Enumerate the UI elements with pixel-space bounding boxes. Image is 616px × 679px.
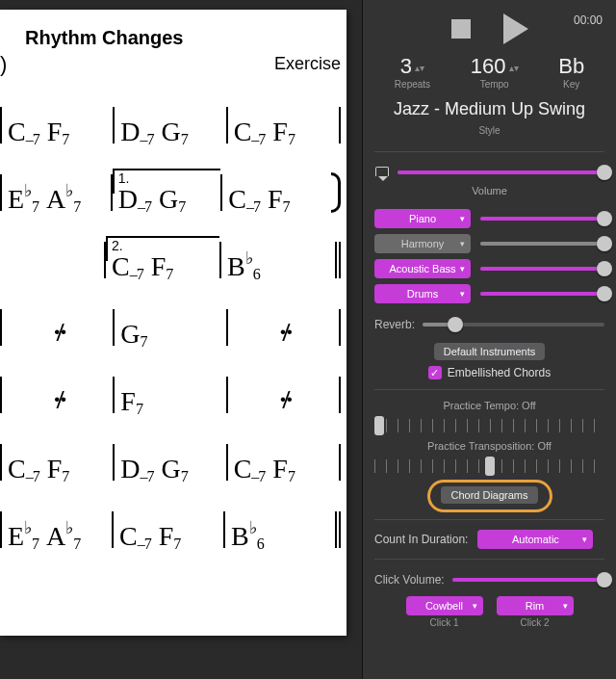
chord: A♭7 xyxy=(46,521,80,550)
transport-settings: 3▴▾ Repeats 160▴▾ Tempo Bb Key xyxy=(374,54,604,90)
chart-row: C–7F7D–7G7C–7F7 xyxy=(0,431,341,484)
reverb-row: Reverb: xyxy=(374,312,604,337)
reverb-slider[interactable] xyxy=(423,323,604,326)
chord: C–7 xyxy=(234,456,266,483)
reverb-label: Reverb: xyxy=(374,318,415,331)
instrument-row: Harmony▾ xyxy=(374,231,604,256)
click-volume-label: Click Volume: xyxy=(374,573,445,587)
measure: C–7F7 xyxy=(2,118,113,147)
chord: F7 xyxy=(120,388,142,415)
measure: B♭6 xyxy=(225,521,335,552)
chord: C–7 xyxy=(8,118,39,145)
click2-label: Click 2 xyxy=(497,617,574,628)
practice-tempo-slider[interactable] xyxy=(374,419,604,432)
instrument-select[interactable]: Acoustic Bass▾ xyxy=(374,259,471,278)
airplay-icon[interactable] xyxy=(374,166,390,179)
measure: C–7F7 xyxy=(2,456,113,484)
click2-select[interactable]: Rim▾ xyxy=(497,596,574,615)
measure: B♭6 xyxy=(221,251,335,282)
click1-select[interactable]: Cowbell▾ xyxy=(406,596,483,615)
instrument-select[interactable]: Piano▾ xyxy=(374,209,471,228)
master-volume-row xyxy=(374,162,604,183)
chord: A♭7 xyxy=(46,184,80,213)
simile-mark: ·/· xyxy=(8,384,109,415)
chord: G7 xyxy=(162,456,188,483)
chord: F7 xyxy=(159,523,181,550)
chord: F7 xyxy=(47,456,69,483)
count-in-select[interactable]: Automatic▾ xyxy=(477,530,593,549)
instrument-volume-slider[interactable] xyxy=(480,217,604,221)
measure: ·/· xyxy=(228,317,339,350)
measure: C–7F7 xyxy=(228,118,339,147)
chart-row: ·/·G7·/· xyxy=(0,296,341,350)
measure: G7 xyxy=(115,321,225,350)
chord: C–7 xyxy=(228,186,260,213)
chord: G7 xyxy=(120,321,146,348)
chord: F7 xyxy=(272,456,295,483)
chart-row: E♭7A♭7C–7F7B♭6 xyxy=(0,498,341,552)
simile-mark: ·/· xyxy=(234,317,335,348)
click-volume-row: Click Volume: xyxy=(374,569,604,590)
measure: ·/· xyxy=(2,384,113,417)
measure: ·/· xyxy=(228,384,339,417)
count-in-row: Count In Duration: Automatic▾ xyxy=(374,530,604,549)
instrument-row: Piano▾ xyxy=(374,206,604,231)
practice-transposition-label: Practice Transposition: Off xyxy=(374,440,604,452)
chart-row: E♭7A♭7D–7G71.C–7F7 xyxy=(0,161,341,215)
chord: D–7 xyxy=(120,456,153,483)
measure: F7 xyxy=(115,388,225,417)
control-panel: 00:00 3▴▾ Repeats 160▴▾ Tempo Bb Key Jaz… xyxy=(362,0,616,679)
lead-sheet-area: ) Rhythm Changes Exercise C–7F7D–7G7C–7F… xyxy=(0,0,362,679)
instrument-select[interactable]: Harmony▾ xyxy=(374,234,471,253)
chord: C–7 xyxy=(119,523,151,550)
master-volume-slider[interactable] xyxy=(398,170,604,174)
double-barline xyxy=(335,242,341,278)
simile-mark: ·/· xyxy=(234,384,335,415)
simile-mark: ·/· xyxy=(8,317,109,348)
chord: F7 xyxy=(272,118,295,145)
default-instruments-button[interactable]: Default Instruments xyxy=(434,343,545,360)
instrument-select[interactable]: Drums▾ xyxy=(374,284,471,303)
chord: F7 xyxy=(268,186,290,213)
click-volume-slider[interactable] xyxy=(452,578,604,582)
volta-1: 1. xyxy=(113,169,221,194)
instrument-volume-slider[interactable] xyxy=(480,242,604,246)
count-in-label: Count In Duration: xyxy=(374,533,468,546)
measure: D–7G71. xyxy=(113,186,221,215)
practice-transposition-slider[interactable] xyxy=(374,459,604,473)
instrument-row: Drums▾ xyxy=(374,281,604,306)
instrument-volume-slider[interactable] xyxy=(480,267,604,271)
measure: D–7G7 xyxy=(115,456,225,484)
play-button[interactable] xyxy=(503,13,528,44)
click1-label: Click 1 xyxy=(406,617,483,628)
measure: E♭7A♭7 xyxy=(2,521,112,552)
chord-diagrams-button[interactable]: Chord Diagrams xyxy=(441,486,537,504)
chord: G7 xyxy=(162,118,188,145)
click-sounds-row: Cowbell▾ Click 1 Rim▾ Click 2 xyxy=(374,596,604,628)
chart-row: C–7F7D–7G7C–7F7 xyxy=(0,93,341,147)
time-display: 00:00 xyxy=(574,13,603,27)
chord: C–7 xyxy=(234,118,266,145)
lead-sheet[interactable]: ) Rhythm Changes Exercise C–7F7D–7G7C–7F… xyxy=(0,10,346,636)
style-name[interactable]: Jazz - Medium Up Swing xyxy=(374,99,604,119)
stop-button[interactable] xyxy=(451,19,471,39)
measure: E♭7A♭7 xyxy=(2,184,111,215)
practice-tempo-label: Practice Tempo: Off xyxy=(374,400,604,411)
volta-2: 2. xyxy=(106,236,219,261)
checkmark-icon: ✓ xyxy=(428,366,442,379)
tempo-stepper[interactable]: 160▴▾ Tempo xyxy=(471,54,519,90)
chord: B♭6 xyxy=(227,251,260,280)
instrument-list: Piano▾Harmony▾Acoustic Bass▾Drums▾ xyxy=(374,206,604,306)
chart-subtitle: Exercise xyxy=(274,54,341,74)
chord: F7 xyxy=(47,118,69,145)
instrument-volume-slider[interactable] xyxy=(480,292,604,296)
embellished-row[interactable]: ✓ Embellished Chords xyxy=(374,366,604,379)
double-barline xyxy=(335,511,341,548)
chord: D–7 xyxy=(120,118,153,145)
repeat-end xyxy=(331,174,341,211)
chart-row: ·/·F7·/· xyxy=(0,363,341,417)
style-label: Style xyxy=(374,125,604,136)
repeats-stepper[interactable]: 3▴▾ Repeats xyxy=(395,54,430,90)
measure: C–7F7 xyxy=(114,523,223,552)
key-selector[interactable]: Bb Key xyxy=(558,54,584,90)
